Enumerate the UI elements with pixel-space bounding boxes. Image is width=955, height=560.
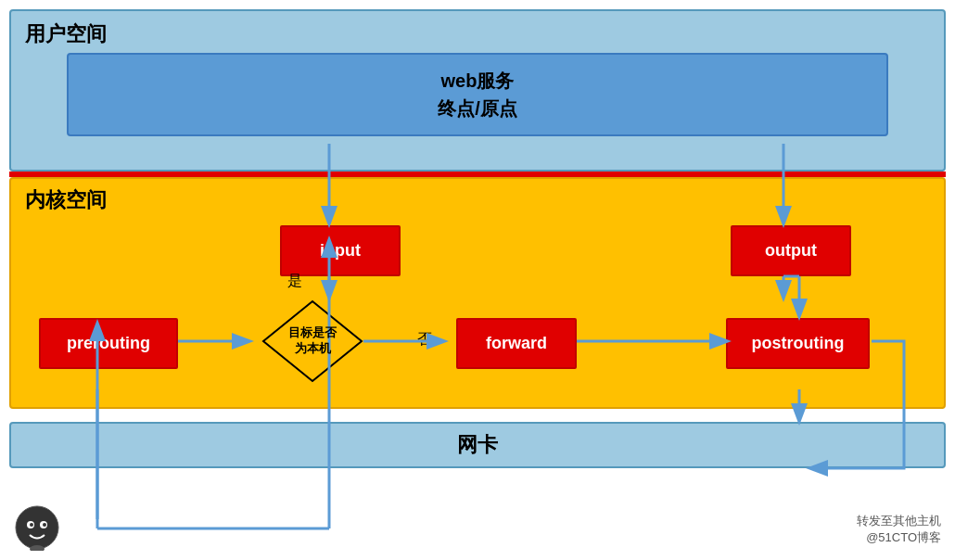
kernel-space: 内核空间 input output prerouting forward pos… xyxy=(9,177,946,409)
svg-point-21 xyxy=(30,523,33,527)
logo xyxy=(14,504,60,551)
kernel-space-label: 内核空间 xyxy=(25,186,107,214)
bottom-area xyxy=(9,468,946,552)
forward-box: forward xyxy=(456,318,577,369)
svg-point-22 xyxy=(43,523,46,527)
user-space-label: 用户空间 xyxy=(25,20,107,48)
diamond-shape: 目标是否 为本机 xyxy=(261,299,363,383)
svg-point-18 xyxy=(16,506,58,549)
user-space: 用户空间 web服务 终点/原点 xyxy=(9,9,946,172)
output-box: output xyxy=(731,225,851,276)
bottom-right-text: 转发至其他主机 @51CTO博客 xyxy=(857,513,941,546)
yes-label: 是 xyxy=(287,272,302,291)
input-box: input xyxy=(280,225,401,276)
prerouting-box: prerouting xyxy=(39,318,178,369)
no-label: 否 xyxy=(417,330,432,350)
svg-marker-0 xyxy=(263,301,362,381)
main-container: 用户空间 web服务 终点/原点 内核空间 input output prero… xyxy=(0,0,955,560)
web-service-text: web服务 终点/原点 xyxy=(438,67,517,122)
postrouting-box: postrouting xyxy=(726,318,870,369)
network-card: 网卡 xyxy=(9,422,946,468)
network-card-label: 网卡 xyxy=(457,431,498,459)
web-service-box: web服务 终点/原点 xyxy=(67,53,888,136)
